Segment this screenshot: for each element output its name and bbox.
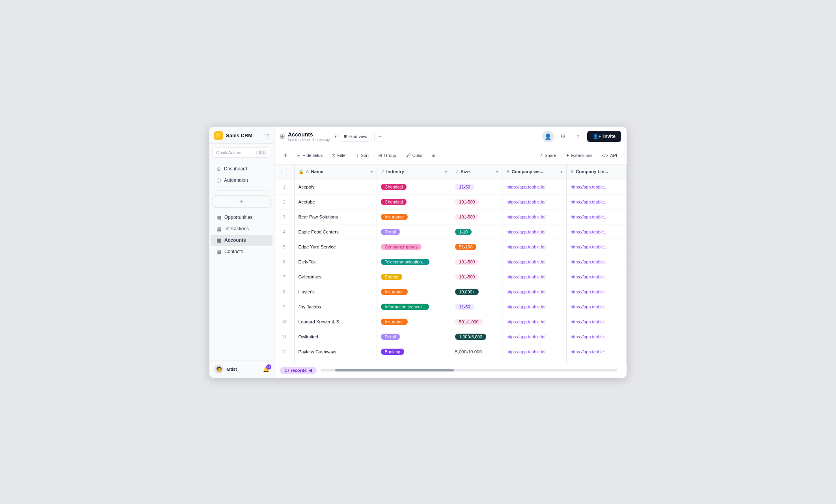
cell-industry[interactable]: Information technol... (377, 299, 451, 314)
cell-name[interactable]: Huyler's (294, 284, 377, 299)
records-count-badge[interactable]: 17 records ◀ (280, 367, 317, 374)
collapse-icon[interactable]: ◀ (309, 368, 312, 373)
cell-linkedin[interactable]: https://app.teable... (566, 344, 626, 359)
cell-website[interactable]: https://app.teable.io/ (502, 224, 567, 239)
cell-linkedin[interactable]: https://app.teable... (566, 359, 626, 363)
cell-industry[interactable]: Insurance (377, 209, 451, 224)
cell-size[interactable]: 101-500 (451, 269, 502, 284)
table-row[interactable]: 2AcetubeChemical101-500https://app.teabl… (274, 194, 627, 209)
cell-name[interactable]: Jay Jacobs (294, 299, 377, 314)
api-button[interactable]: </> API (598, 151, 621, 160)
cell-size[interactable]: 1,000-5,000 (451, 329, 502, 344)
add-row-button[interactable]: + (280, 150, 291, 161)
table-row[interactable]: 4Eagle Food CentersRetail1-10https://app… (274, 224, 627, 239)
cell-industry[interactable]: Chemical (377, 194, 451, 209)
cell-name[interactable]: Revelationetworks (294, 359, 377, 363)
table-row[interactable]: 1AcepolyChemical11-50https://app.teable.… (274, 179, 627, 194)
invite-button[interactable]: 👤+ Invite (587, 131, 621, 142)
cell-linkedin[interactable]: https://app.teable... (566, 194, 626, 209)
quick-actions-search[interactable]: Quick Actions... ⌘ K (213, 147, 271, 158)
select-all-checkbox[interactable] (282, 169, 287, 174)
cell-name[interactable]: Acepoly (294, 179, 377, 194)
cell-website[interactable]: https://app.teable.io/ (502, 254, 567, 269)
table-row[interactable]: 7GalerprisesEnergy101-500https://app.tea… (274, 269, 627, 284)
cell-name[interactable]: Bear Paw Solutions (294, 209, 377, 224)
table-row[interactable]: 13RevelationetworksTelecommunication...5… (274, 359, 627, 363)
cell-name[interactable]: Elek-Tek (294, 254, 377, 269)
cell-industry[interactable]: Chemical (377, 179, 451, 194)
cell-website[interactable]: https://app.teable.io/ (502, 209, 567, 224)
notifications-bell[interactable]: 🔔 16 (263, 366, 269, 372)
cell-name[interactable]: Owlimited (294, 329, 377, 344)
cell-name[interactable]: Payless Cashways (294, 344, 377, 359)
sidebar-item-automation[interactable]: ⬡ Automation (211, 175, 272, 186)
sidebar-item-contacts[interactable]: ▦ Contacts (211, 246, 272, 258)
hide-fields-button[interactable]: ⊟ Hide fields (293, 151, 327, 160)
size-column-header[interactable]: ✓ Size ▾ (451, 164, 502, 179)
cell-industry[interactable]: Insurance (377, 284, 451, 299)
cell-website[interactable]: https://app.teable.io/ (502, 269, 567, 284)
table-row[interactable]: 8Huyler'sInsurance10,000+https://app.tea… (274, 284, 627, 299)
sidebar-item-interactions[interactable]: ▦ Interactions (211, 223, 272, 235)
cell-industry[interactable]: Banking (377, 344, 451, 359)
table-row[interactable]: 11OwlimitedRetail1,000-5,000https://app.… (274, 329, 627, 344)
column-chevron-icon[interactable]: ▾ (445, 170, 447, 174)
cell-size[interactable]: 101-500 (451, 209, 502, 224)
table-row[interactable]: 10Leonard Krower & S...Insurance501-1,00… (274, 314, 627, 329)
cell-website[interactable]: https://app.teable.io/ (502, 329, 567, 344)
add-view-button[interactable]: + (374, 131, 385, 142)
column-chevron-icon[interactable]: ▾ (496, 170, 498, 174)
layout-icon[interactable]: ⬚ (264, 133, 269, 139)
cell-linkedin[interactable]: https://app.teable... (566, 329, 626, 344)
cell-size[interactable]: 10,000+ (451, 284, 502, 299)
add-table-button[interactable]: + (213, 195, 271, 208)
cell-name[interactable]: Acetube (294, 194, 377, 209)
more-options-button[interactable]: ≡ (428, 151, 439, 160)
cell-size[interactable]: 101-500 (451, 194, 502, 209)
cell-name[interactable]: Leonard Krower & S... (294, 314, 377, 329)
cell-industry[interactable]: Consumer goods (377, 239, 451, 254)
cell-name[interactable]: Galerprises (294, 269, 377, 284)
cell-industry[interactable]: Insurance (377, 314, 451, 329)
cell-linkedin[interactable]: https://app.teable... (566, 239, 626, 254)
cell-linkedin[interactable]: https://app.teable... (566, 209, 626, 224)
cell-size[interactable]: 51-100 (451, 239, 502, 254)
table-row[interactable]: 6Elek-TekTelecommunication...101-500http… (274, 254, 627, 269)
cell-size[interactable]: 1-10 (451, 224, 502, 239)
cell-size[interactable]: 5,000-10,000 (451, 344, 502, 359)
color-button[interactable]: 🖌 Color (402, 151, 427, 160)
table-row[interactable]: 9Jay JacobsInformation technol...11-50ht… (274, 299, 627, 314)
horizontal-scrollbar[interactable] (317, 369, 621, 371)
cell-linkedin[interactable]: https://app.teable... (566, 179, 626, 194)
cell-industry[interactable]: Retail (377, 224, 451, 239)
cell-industry[interactable]: Retail (377, 329, 451, 344)
cell-industry[interactable]: Telecommunication... (377, 254, 451, 269)
scrollbar-thumb[interactable] (335, 369, 454, 371)
cell-size[interactable]: 11-50 (451, 299, 502, 314)
column-chevron-icon[interactable]: ▾ (371, 170, 373, 174)
table-row[interactable]: 12Payless CashwaysBanking5,000-10,000htt… (274, 344, 627, 359)
table-row[interactable]: 3Bear Paw SolutionsInsurance101-500https… (274, 209, 627, 224)
filter-button[interactable]: ⧖ Filter (328, 151, 351, 160)
cell-name[interactable]: Eagle Food Centers (294, 224, 377, 239)
group-button[interactable]: ⊞ Group (374, 151, 400, 160)
cell-linkedin[interactable]: https://app.teable... (566, 314, 626, 329)
cell-website[interactable]: https://app.teable.io/ (502, 179, 567, 194)
cell-linkedin[interactable]: https://app.teable... (566, 284, 626, 299)
cell-website[interactable]: https://app.teable.io/ (502, 314, 567, 329)
cell-website[interactable]: https://app.teable.io/ (502, 194, 567, 209)
table-row[interactable]: 5Edge Yard ServiceConsumer goods51-100ht… (274, 239, 627, 254)
name-column-header[interactable]: 🔒 A Name ▾ (294, 164, 377, 179)
sidebar-item-accounts[interactable]: ▦ Accounts (211, 235, 272, 246)
cell-size[interactable]: 5,000-10,000 (451, 359, 502, 363)
grid-view-button[interactable]: ⊞ Grid view (340, 132, 372, 142)
help-icon[interactable]: ? (572, 131, 584, 142)
cell-size[interactable]: 11-50 (451, 179, 502, 194)
sort-button[interactable]: ↕ Sort (353, 151, 373, 160)
topbar-chevron-icon[interactable]: ▾ (334, 134, 337, 139)
cell-name[interactable]: Edge Yard Service (294, 239, 377, 254)
cell-linkedin[interactable]: https://app.teable... (566, 254, 626, 269)
cell-size[interactable]: 101-500 (451, 254, 502, 269)
share-button[interactable]: ↗ Share (535, 151, 560, 160)
sidebar-item-opportunities[interactable]: ▦ Opportunities (211, 212, 272, 223)
